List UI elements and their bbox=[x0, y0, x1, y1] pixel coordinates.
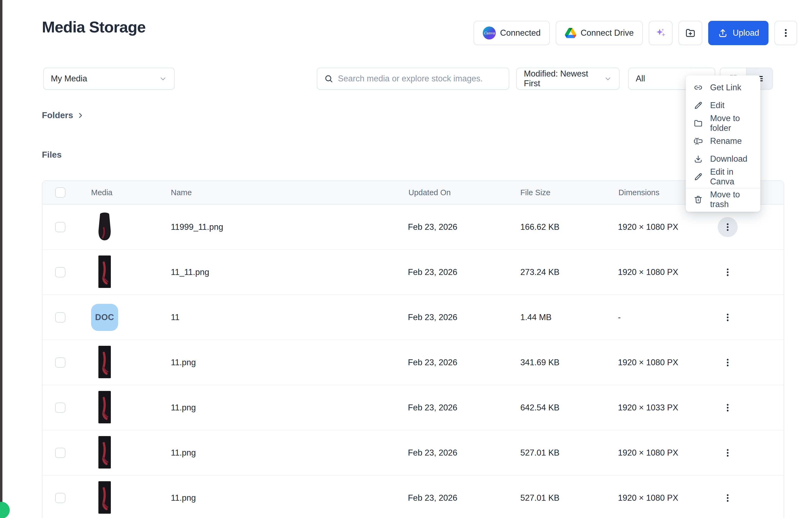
row-checkbox[interactable] bbox=[55, 448, 65, 458]
doc-badge: DOC bbox=[91, 304, 118, 331]
rename-icon bbox=[693, 136, 703, 146]
table-row[interactable]: 11.png Feb 23, 2026 527.01 KB 1920 × 108… bbox=[42, 430, 784, 476]
row-checkbox[interactable] bbox=[55, 267, 65, 278]
row-menu-button[interactable] bbox=[718, 488, 738, 508]
menu-item-label: Get Link bbox=[710, 83, 741, 92]
menu-item-rename[interactable]: Rename bbox=[686, 132, 760, 150]
connect-drive-label: Connect Drive bbox=[581, 28, 634, 38]
row-menu-button[interactable] bbox=[718, 352, 738, 373]
type-filter-value: All bbox=[636, 74, 645, 84]
sort-value: Modified: Newest First bbox=[524, 69, 604, 88]
sparkles-icon bbox=[655, 27, 667, 39]
file-updated-on: Feb 23, 2026 bbox=[408, 358, 457, 367]
header-actions: Canva Connected Connect Drive bbox=[473, 21, 797, 45]
search-input[interactable] bbox=[337, 74, 502, 84]
row-menu-button[interactable] bbox=[718, 217, 738, 237]
file-size: 527.01 KB bbox=[520, 448, 559, 458]
table-row[interactable]: 11.png Feb 23, 2026 527.01 KB 1920 × 108… bbox=[42, 476, 784, 518]
column-header-file-size: File Size bbox=[520, 188, 550, 197]
menu-item-edit-in-canva[interactable]: Edit in Canva bbox=[686, 168, 760, 186]
file-name: 11.png bbox=[171, 403, 196, 412]
file-dimensions: 1920 × 1080 PX bbox=[618, 267, 678, 277]
file-dimensions: 1920 × 1033 PX bbox=[618, 403, 678, 412]
row-checkbox[interactable] bbox=[55, 493, 65, 503]
upload-icon bbox=[717, 28, 728, 38]
file-updated-on: Feb 23, 2026 bbox=[408, 493, 457, 503]
files-table-body: 11999_11.png Feb 23, 2026 166.62 KB 1920… bbox=[42, 205, 784, 518]
column-header-name: Name bbox=[171, 188, 192, 197]
file-dimensions: - bbox=[618, 313, 620, 322]
file-name: 11 bbox=[171, 313, 179, 322]
file-updated-on: Feb 23, 2026 bbox=[408, 403, 457, 412]
row-checkbox[interactable] bbox=[55, 357, 65, 368]
header-more-options-button[interactable] bbox=[775, 21, 797, 45]
upload-label: Upload bbox=[732, 28, 759, 38]
menu-item-get-link[interactable]: Get Link bbox=[686, 79, 760, 96]
file-name: 11_11.png bbox=[171, 267, 209, 277]
file-context-menu: Get Link Edit Move to folder Rename Down… bbox=[686, 76, 760, 212]
files-section-label: Files bbox=[42, 150, 62, 160]
table-row[interactable]: 11999_11.png Feb 23, 2026 166.62 KB 1920… bbox=[42, 205, 784, 250]
sort-select[interactable]: Modified: Newest First bbox=[516, 67, 619, 90]
file-updated-on: Feb 23, 2026 bbox=[408, 313, 457, 322]
media-storage-page: Media Storage Canva Connected Connect Dr… bbox=[0, 0, 812, 518]
add-folder-icon bbox=[685, 27, 696, 39]
row-menu-button[interactable] bbox=[718, 443, 738, 463]
add-folder-button[interactable] bbox=[678, 21, 702, 45]
canva-connected-button[interactable]: Canva Connected bbox=[473, 21, 550, 45]
table-row[interactable]: 11.png Feb 23, 2026 341.69 KB 1920 × 108… bbox=[42, 340, 784, 385]
menu-item-label: Download bbox=[710, 154, 747, 164]
files-table: Media Name Updated On File Size Dimensio… bbox=[42, 180, 784, 518]
select-all-checkbox[interactable] bbox=[55, 188, 65, 198]
table-row[interactable]: 11_11.png Feb 23, 2026 273.24 KB 1920 × … bbox=[42, 250, 784, 295]
menu-item-move-to-folder[interactable]: Move to folder bbox=[686, 114, 760, 132]
file-thumbnail bbox=[98, 391, 111, 425]
collection-select[interactable]: My Media bbox=[43, 67, 175, 90]
row-checkbox[interactable] bbox=[55, 312, 65, 322]
upload-button[interactable]: Upload bbox=[708, 21, 768, 45]
canva-icon: Canva bbox=[483, 27, 496, 39]
ai-sparkles-button[interactable] bbox=[649, 21, 672, 45]
file-dimensions: 1920 × 1080 PX bbox=[618, 358, 678, 367]
file-thumbnail bbox=[98, 436, 111, 470]
row-checkbox[interactable] bbox=[55, 403, 65, 413]
file-dimensions: 1920 × 1080 PX bbox=[618, 222, 678, 232]
file-size: 527.01 KB bbox=[520, 493, 559, 503]
table-row[interactable]: DOC 11 Feb 23, 2026 1.44 MB - bbox=[42, 295, 784, 340]
row-menu-button[interactable] bbox=[718, 398, 738, 418]
folders-section-toggle[interactable]: Folders bbox=[42, 110, 85, 120]
folders-label: Folders bbox=[42, 110, 73, 120]
menu-item-download[interactable]: Download bbox=[686, 150, 760, 168]
search-bar bbox=[317, 67, 509, 90]
connect-drive-button[interactable]: Connect Drive bbox=[556, 21, 643, 45]
menu-item-label: Edit in Canva bbox=[710, 167, 753, 186]
page-title: Media Storage bbox=[42, 18, 145, 36]
file-thumbnail bbox=[98, 481, 111, 515]
google-drive-icon bbox=[565, 28, 576, 38]
menu-item-move-to-trash[interactable]: Move to trash bbox=[686, 191, 760, 208]
kebab-icon bbox=[780, 28, 791, 38]
row-menu-button[interactable] bbox=[718, 307, 738, 327]
chat-widget-button[interactable] bbox=[0, 502, 10, 518]
pencil-icon bbox=[693, 100, 703, 110]
file-size: 166.62 KB bbox=[520, 222, 559, 232]
file-updated-on: Feb 23, 2026 bbox=[408, 222, 457, 232]
row-checkbox[interactable] bbox=[55, 222, 65, 232]
chevron-right-icon bbox=[77, 111, 85, 119]
file-dimensions: 1920 × 1080 PX bbox=[618, 448, 678, 458]
file-thumbnail bbox=[98, 346, 111, 379]
folder-icon bbox=[693, 118, 703, 128]
menu-item-edit[interactable]: Edit bbox=[686, 96, 760, 114]
file-name: 11.png bbox=[171, 358, 196, 367]
files-table-header: Media Name Updated On File Size Dimensio… bbox=[42, 181, 784, 205]
chevron-down-icon bbox=[159, 75, 167, 83]
table-row[interactable]: 11.png Feb 23, 2026 642.54 KB 1920 × 103… bbox=[42, 385, 784, 430]
row-menu-button[interactable] bbox=[718, 262, 738, 282]
chevron-down-icon bbox=[604, 75, 612, 83]
menu-item-label: Move to trash bbox=[710, 190, 753, 209]
menu-item-label: Edit bbox=[710, 100, 724, 110]
collection-value: My Media bbox=[51, 74, 87, 84]
link-icon bbox=[693, 83, 703, 92]
menu-item-label: Move to folder bbox=[710, 114, 753, 133]
download-icon bbox=[693, 154, 703, 164]
